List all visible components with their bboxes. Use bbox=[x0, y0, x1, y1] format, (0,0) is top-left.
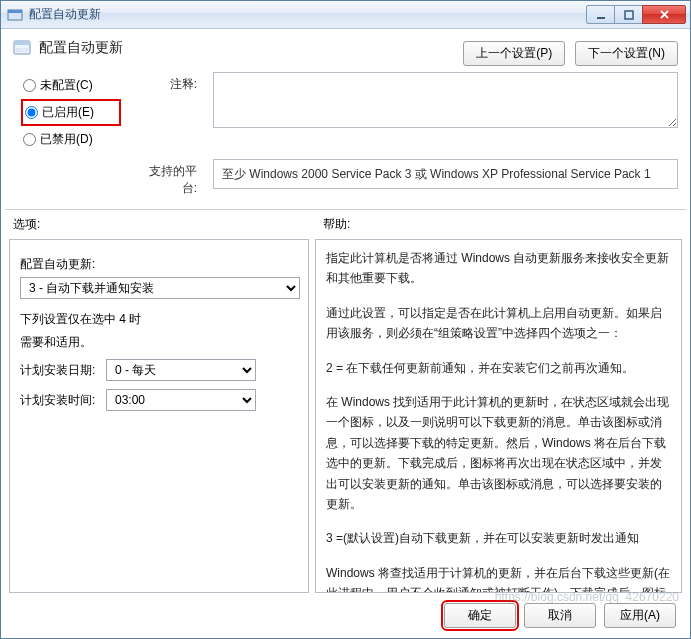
platform-label: 支持的平台: bbox=[137, 159, 197, 197]
svg-rect-2 bbox=[597, 17, 605, 19]
titlebar: 配置自动更新 bbox=[1, 1, 690, 29]
help-p5: 3 =(默认设置)自动下载更新，并在可以安装更新时发出通知 bbox=[326, 528, 671, 548]
install-day-select[interactable]: 0 - 每天 bbox=[106, 359, 256, 381]
platform-row: 支持的平台: 至少 Windows 2000 Service Pack 3 或 … bbox=[1, 157, 690, 203]
options-label: 选项: bbox=[13, 216, 323, 233]
config-update-label: 配置自动更新: bbox=[20, 256, 298, 273]
help-p6: Windows 将查找适用于计算机的更新，并在后台下载这些更新(在此进程中，用户… bbox=[326, 563, 671, 593]
help-p2: 通过此设置，可以指定是否在此计算机上启用自动更新。如果启用该服务，则必须在“组策… bbox=[326, 303, 671, 344]
close-button[interactable] bbox=[642, 5, 686, 24]
svg-rect-7 bbox=[23, 48, 28, 52]
help-label: 帮助: bbox=[323, 216, 678, 233]
page-title: 配置自动更新 bbox=[39, 39, 123, 57]
help-panel[interactable]: 指定此计算机是否将通过 Windows 自动更新服务来接收安全更新和其他重要下载… bbox=[315, 239, 682, 593]
maximize-button[interactable] bbox=[614, 5, 643, 24]
radio-group: 未配置(C) 已启用(E) 已禁用(D) bbox=[21, 72, 121, 153]
radio-not-configured-input[interactable] bbox=[23, 79, 36, 92]
next-setting-button[interactable]: 下一个设置(N) bbox=[575, 41, 678, 66]
install-time-label: 计划安装时间: bbox=[20, 392, 98, 409]
svg-rect-1 bbox=[8, 10, 22, 13]
config-update-select[interactable]: 3 - 自动下载并通知安装 bbox=[20, 277, 300, 299]
panels: 配置自动更新: 3 - 自动下载并通知安装 下列设置仅在选中 4 时 需要和适用… bbox=[1, 239, 690, 593]
window-buttons bbox=[587, 5, 686, 24]
options-panel: 配置自动更新: 3 - 自动下载并通知安装 下列设置仅在选中 4 时 需要和适用… bbox=[9, 239, 309, 593]
note-line1: 下列设置仅在选中 4 时 bbox=[20, 311, 298, 328]
help-p4: 在 Windows 找到适用于此计算机的更新时，在状态区域就会出现一个图标，以及… bbox=[326, 392, 671, 514]
prev-setting-button[interactable]: 上一个设置(P) bbox=[463, 41, 565, 66]
svg-rect-6 bbox=[16, 48, 22, 52]
comment-label: 注释: bbox=[137, 72, 197, 153]
cancel-button[interactable]: 取消 bbox=[524, 603, 596, 628]
radio-not-configured[interactable]: 未配置(C) bbox=[21, 72, 121, 99]
app-icon bbox=[7, 7, 23, 23]
install-time-select[interactable]: 03:00 bbox=[106, 389, 256, 411]
config-row: 未配置(C) 已启用(E) 已禁用(D) 注释: bbox=[1, 72, 690, 157]
comment-textarea[interactable] bbox=[213, 72, 678, 128]
radio-not-configured-label: 未配置(C) bbox=[40, 77, 93, 94]
footer: 确定 取消 应用(A) bbox=[1, 593, 690, 638]
window-title: 配置自动更新 bbox=[29, 6, 587, 23]
help-p1: 指定此计算机是否将通过 Windows 自动更新服务来接收安全更新和其他重要下载… bbox=[326, 248, 671, 289]
radio-disabled[interactable]: 已禁用(D) bbox=[21, 126, 121, 153]
svg-rect-5 bbox=[14, 41, 30, 45]
help-p3: 2 = 在下载任何更新前通知，并在安装它们之前再次通知。 bbox=[326, 358, 671, 378]
divider bbox=[5, 209, 686, 210]
policy-icon bbox=[13, 39, 31, 57]
platform-box: 至少 Windows 2000 Service Pack 3 或 Windows… bbox=[213, 159, 678, 189]
radio-disabled-label: 已禁用(D) bbox=[40, 131, 93, 148]
mid-labels: 选项: 帮助: bbox=[1, 216, 690, 239]
minimize-button[interactable] bbox=[586, 5, 615, 24]
radio-enabled[interactable]: 已启用(E) bbox=[21, 99, 121, 126]
radio-enabled-label: 已启用(E) bbox=[42, 104, 94, 121]
radio-disabled-input[interactable] bbox=[23, 133, 36, 146]
svg-rect-3 bbox=[625, 11, 633, 19]
note-line2: 需要和适用。 bbox=[20, 334, 298, 351]
apply-button[interactable]: 应用(A) bbox=[604, 603, 676, 628]
header: 配置自动更新 上一个设置(P) 下一个设置(N) bbox=[1, 29, 690, 72]
ok-button[interactable]: 确定 bbox=[444, 603, 516, 628]
radio-enabled-input[interactable] bbox=[25, 106, 38, 119]
install-day-label: 计划安装日期: bbox=[20, 362, 98, 379]
